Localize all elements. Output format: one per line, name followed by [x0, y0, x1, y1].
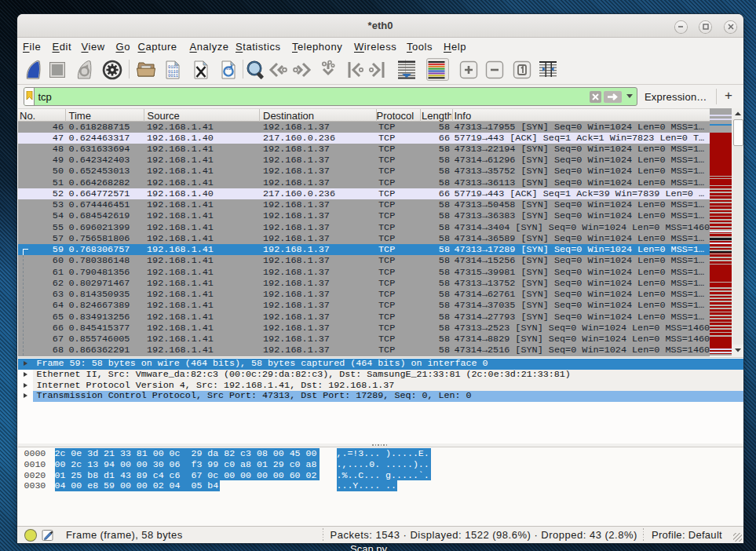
svg-text:01: 01 [226, 67, 231, 71]
svg-text:0011: 0011 [168, 74, 178, 78]
